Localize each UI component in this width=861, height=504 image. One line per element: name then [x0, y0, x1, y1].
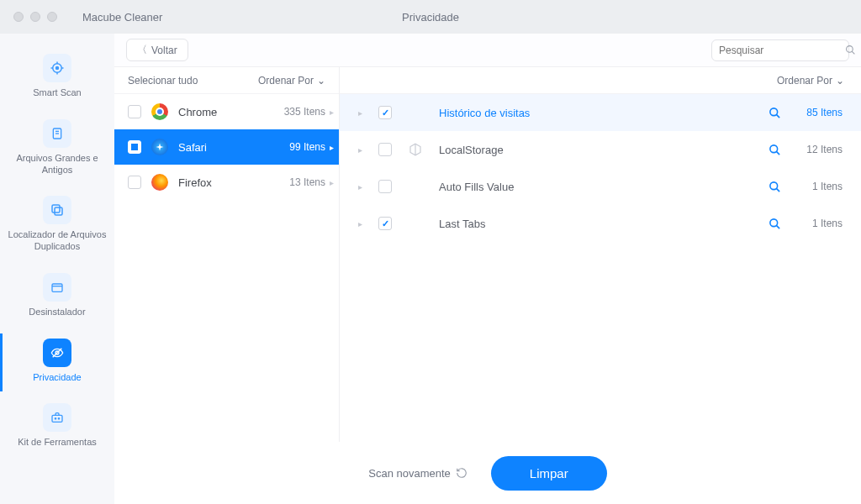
history-icon — [407, 104, 424, 121]
refresh-icon — [456, 467, 467, 479]
footer: Scan novamente Limpar — [114, 442, 861, 504]
chrome-icon — [151, 103, 168, 120]
magnify-icon[interactable] — [769, 107, 781, 119]
svg-marker-19 — [156, 144, 164, 151]
sidebar-item-label: Desinstalador — [29, 307, 85, 318]
file-icon — [43, 119, 71, 148]
category-list: Ordenar Por ⌄ ▸ Histórico de visitas 85 … — [340, 67, 861, 442]
autofill-icon — [407, 178, 424, 195]
back-button[interactable]: 〈 Voltar — [126, 39, 188, 61]
search-icon — [845, 45, 856, 55]
checkbox[interactable] — [378, 106, 392, 119]
titlebar: Macube Cleaner Privacidade — [0, 0, 861, 34]
browser-name: Safari — [178, 141, 279, 154]
category-row-localstorage[interactable]: ▸ LocalStorage 12 Itens — [340, 131, 861, 168]
sidebar-item-uninstaller[interactable]: Desinstalador — [0, 265, 114, 330]
svg-point-17 — [847, 46, 853, 53]
firefox-icon — [151, 174, 168, 191]
svg-point-22 — [770, 144, 778, 152]
main: Smart Scan Arquivos Grandes e Antigos Lo… — [0, 34, 861, 504]
zoom-dot[interactable] — [47, 12, 57, 22]
browser-row-firefox[interactable]: Firefox 13 Itens ▸ — [114, 165, 339, 200]
sidebar-item-label: Arquivos Grandes e Antigos — [5, 153, 109, 176]
rescan-button[interactable]: Scan novamente — [368, 467, 467, 480]
chevron-right-icon: ▸ — [358, 182, 363, 192]
checkbox[interactable] — [128, 105, 141, 118]
checkbox[interactable] — [378, 180, 392, 193]
browser-row-chrome[interactable]: Chrome 335 Itens ▸ — [114, 94, 339, 129]
magnify-icon[interactable] — [769, 144, 781, 156]
svg-point-20 — [770, 108, 778, 115]
search-input[interactable] — [719, 45, 845, 56]
chevron-right-icon: ▸ — [330, 178, 334, 187]
eye-off-icon — [43, 339, 71, 367]
category-count: 1 Itens — [796, 181, 843, 192]
copy-icon — [43, 196, 71, 224]
select-all-label[interactable]: Selecionar tudo — [128, 75, 198, 87]
back-label: Voltar — [151, 45, 177, 56]
browser-row-safari[interactable]: Safari 99 Itens ▸ — [114, 129, 339, 165]
checkbox[interactable] — [128, 176, 141, 189]
category-row-autofill[interactable]: ▸ Auto Fills Value 1 Itens — [340, 168, 861, 205]
sidebar-item-smart-scan[interactable]: Smart Scan — [0, 45, 114, 111]
svg-rect-9 — [52, 205, 60, 213]
checkbox[interactable] — [378, 217, 392, 230]
sort-label: Ordenar Por — [258, 75, 314, 87]
sidebar-item-label: Localizador de Arquivos Duplicados — [5, 229, 109, 253]
chevron-down-icon: ⌄ — [317, 75, 325, 87]
sidebar-item-large-old[interactable]: Arquivos Grandes e Antigos — [0, 111, 114, 188]
close-dot[interactable] — [13, 12, 24, 22]
columns: Selecionar tudo Ordenar Por ⌄ Chrome 335… — [114, 67, 861, 442]
svg-line-21 — [776, 114, 779, 118]
sidebar-item-label: Smart Scan — [33, 87, 81, 99]
chevron-right-icon: ▸ — [330, 108, 334, 117]
sidebar-item-privacy[interactable]: Privacidade — [0, 330, 114, 396]
browser-name: Chrome — [178, 106, 274, 118]
sidebar-item-toolkit[interactable]: Kit de Ferramentas — [0, 395, 114, 460]
tabs-icon — [407, 215, 424, 232]
minimize-dot[interactable] — [30, 12, 40, 22]
window-controls — [13, 12, 57, 22]
category-list-header: Ordenar Por ⌄ — [340, 67, 861, 94]
magnify-icon[interactable] — [769, 218, 781, 230]
svg-point-15 — [55, 418, 55, 419]
browser-count: 13 Itens — [289, 176, 325, 188]
safari-icon — [151, 139, 168, 155]
toolbar: 〈 Voltar — [114, 34, 861, 67]
svg-point-24 — [770, 181, 778, 189]
sidebar: Smart Scan Arquivos Grandes e Antigos Lo… — [0, 34, 114, 504]
storage-icon — [407, 141, 424, 158]
browser-list: Selecionar tudo Ordenar Por ⌄ Chrome 335… — [114, 67, 340, 442]
sidebar-item-label: Kit de Ferramentas — [18, 437, 97, 449]
svg-line-18 — [852, 51, 854, 54]
svg-point-26 — [770, 218, 778, 226]
chevron-right-icon: ▸ — [330, 143, 334, 152]
category-count: 85 Itens — [796, 107, 843, 118]
chevron-left-icon: 〈 — [137, 43, 147, 57]
browser-count: 335 Itens — [284, 106, 325, 118]
sort-button[interactable]: Ordenar Por ⌄ — [777, 75, 844, 87]
browser-list-header: Selecionar tudo Ordenar Por ⌄ — [114, 67, 339, 94]
category-name: Histórico de visitas — [439, 107, 753, 119]
sort-button[interactable]: Ordenar Por ⌄ — [258, 75, 325, 87]
app-title: Macube Cleaner — [82, 11, 162, 24]
search-field[interactable] — [711, 39, 849, 61]
svg-line-23 — [776, 151, 779, 155]
chevron-right-icon: ▸ — [358, 145, 363, 155]
category-name: Auto Fills Value — [439, 181, 753, 193]
archive-icon — [43, 273, 71, 302]
category-name: LocalStorage — [439, 144, 753, 156]
svg-line-27 — [776, 225, 779, 228]
clean-button[interactable]: Limpar — [491, 456, 607, 491]
target-icon — [43, 54, 71, 82]
magnify-icon[interactable] — [769, 181, 781, 193]
svg-rect-11 — [52, 284, 62, 291]
category-row-lasttabs[interactable]: ▸ Last Tabs 1 Itens — [340, 205, 861, 242]
sidebar-item-duplicates[interactable]: Localizador de Arquivos Duplicados — [0, 187, 114, 265]
chevron-right-icon: ▸ — [358, 219, 363, 228]
sort-label: Ordenar Por — [777, 75, 832, 87]
svg-rect-10 — [55, 207, 62, 215]
checkbox[interactable] — [128, 140, 141, 154]
checkbox[interactable] — [378, 143, 392, 156]
category-row-history[interactable]: ▸ Histórico de visitas 85 Itens — [340, 94, 861, 131]
